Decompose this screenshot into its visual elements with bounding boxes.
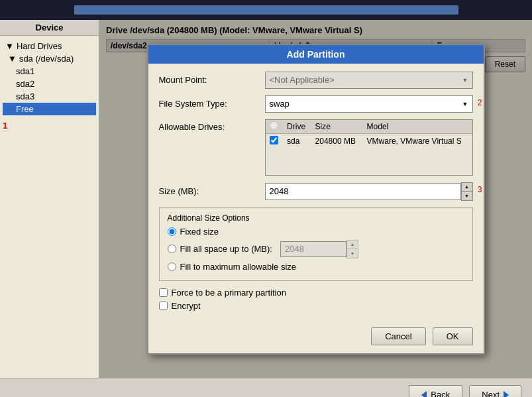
content-area: Drive /dev/sda (204800 MB) (Model: VMwar…	[99, 20, 532, 378]
mount-point-label: Mount Point:	[159, 75, 265, 85]
sidebar-item-free[interactable]: Free	[3, 103, 96, 115]
drives-col-model: Model	[363, 120, 472, 134]
encrypt-checkbox[interactable]	[159, 302, 168, 310]
fill-up-to-row: Fill all space up to (MB): ▲ ▼	[168, 240, 464, 258]
file-system-dropdown-icon[interactable]: ▼	[462, 101, 468, 107]
file-system-value: swap	[270, 99, 290, 109]
size-increment-button[interactable]: ▲	[462, 183, 472, 192]
expand-icon: ▼	[5, 41, 14, 51]
drive-row-sda: sda 204800 MB VMware, VMware Virtual S	[266, 133, 472, 148]
drives-header-radio[interactable]	[270, 121, 278, 130]
size-label: Size (MB):	[159, 186, 265, 196]
sidebar-header: Device	[0, 20, 99, 36]
next-arrow-icon	[504, 391, 509, 398]
size-spinner: ▲ ▼	[461, 182, 473, 201]
fixed-size-radio[interactable]	[168, 227, 176, 236]
sidebar-item-sda1[interactable]: sda1	[3, 65, 96, 78]
force-primary-row: Force to be a primary partition	[159, 288, 473, 298]
back-arrow-icon	[421, 391, 427, 398]
drive-model-cell: VMware, VMware Virtual S	[363, 133, 472, 148]
mount-point-row: Mount Point: <Not Applicable> ▼	[159, 72, 473, 89]
allowable-drives-section: Allowable Drives: Drive Size	[159, 119, 473, 176]
step2-number: 2	[478, 98, 482, 107]
size-input[interactable]: 2048	[265, 183, 461, 200]
add-partition-dialog: Add Partition Mount Point: <Not Applicab…	[147, 44, 485, 355]
modal-overlay: Add Partition Mount Point: <Not Applicab…	[99, 20, 532, 378]
sidebar-item-label: Hard Drives	[17, 41, 62, 51]
modal-body: Mount Point: <Not Applicable> ▼ File Sys…	[148, 64, 484, 322]
fill-max-row: Fill to maximum allowable size	[168, 262, 464, 272]
encrypt-row: Encrypt	[159, 301, 473, 311]
bottom-bar: Back Next	[0, 378, 532, 397]
fill-increment-button: ▲	[347, 241, 358, 249]
mount-point-value: <Not Applicable>	[270, 75, 335, 85]
main-area: Device ▼ Hard Drives ▼ sda (/dev/sda) sd…	[0, 20, 532, 378]
modal-footer: Cancel OK	[148, 322, 484, 353]
sidebar: Device ▼ Hard Drives ▼ sda (/dev/sda) sd…	[0, 20, 99, 378]
drives-table: Drive Size Model	[265, 119, 473, 176]
sidebar-item-label: sda1	[16, 66, 34, 76]
drives-inner-table: Drive Size Model	[266, 120, 472, 148]
force-primary-checkbox[interactable]	[159, 288, 168, 297]
drives-table-spacer	[266, 148, 472, 175]
sidebar-item-label: sda3	[16, 91, 34, 101]
next-label: Next	[482, 390, 500, 397]
fill-up-to-input	[280, 241, 346, 257]
fill-spinner: ▲ ▼	[346, 240, 358, 258]
encrypt-label: Encrypt	[172, 301, 201, 311]
drives-col-radio	[266, 120, 284, 134]
drives-col-drive: Drive	[283, 120, 311, 134]
fill-max-label: Fill to maximum allowable size	[180, 262, 297, 272]
additional-size-options: Additional Size Options Fixed size Fill …	[159, 207, 473, 281]
drive-checkbox-cell	[266, 133, 284, 148]
back-button[interactable]: Back	[409, 385, 462, 397]
size-control: 2048 ▲ ▼	[265, 182, 473, 201]
drives-col-size: Size	[311, 120, 363, 134]
force-primary-label: Force to be a primary partition	[172, 288, 286, 298]
file-system-row: File System Type: swap ▼ 2	[159, 95, 473, 113]
progress-bar	[74, 5, 458, 15]
fixed-size-row: Fixed size	[168, 227, 464, 237]
sidebar-item-hard-drives[interactable]: ▼ Hard Drives	[3, 40, 96, 52]
expand-icon: ▼	[8, 54, 17, 64]
fill-max-radio[interactable]	[168, 262, 176, 271]
back-label: Back	[431, 390, 450, 397]
fill-up-to-label: Fill all space up to (MB):	[180, 244, 272, 254]
file-system-select[interactable]: swap ▼	[265, 95, 473, 113]
drive-sda-checkbox[interactable]	[270, 136, 278, 144]
cancel-button[interactable]: Cancel	[371, 327, 425, 345]
sidebar-tree: ▼ Hard Drives ▼ sda (/dev/sda) sda1 sda2…	[0, 36, 99, 119]
mount-point-select[interactable]: <Not Applicable> ▼	[265, 72, 473, 89]
file-system-control: swap ▼	[265, 95, 473, 113]
sidebar-item-sda2[interactable]: sda2	[3, 78, 96, 90]
fill-decrement-button: ▼	[347, 249, 358, 258]
mount-point-dropdown-icon[interactable]: ▼	[462, 77, 468, 84]
size-row: Size (MB): 2048 ▲ ▼ 3	[159, 182, 473, 201]
mount-point-control: <Not Applicable> ▼	[265, 72, 473, 89]
additional-size-options-title: Additional Size Options	[168, 213, 464, 223]
ok-button[interactable]: OK	[433, 327, 473, 345]
sidebar-item-label: Free	[16, 104, 34, 114]
size-decrement-button[interactable]: ▼	[462, 192, 472, 200]
allowable-drives-label: Allowable Drives:	[159, 119, 265, 176]
fill-up-to-input-wrap: ▲ ▼	[280, 240, 358, 258]
sidebar-item-sda[interactable]: ▼ sda (/dev/sda)	[3, 52, 96, 65]
sidebar-step-number: 1	[0, 119, 99, 132]
file-system-label: File System Type:	[159, 99, 265, 109]
drive-size-cell: 204800 MB	[311, 133, 363, 148]
drive-name-cell: sda	[283, 133, 311, 148]
sidebar-item-sda3[interactable]: sda3	[3, 90, 96, 103]
fill-up-to-radio[interactable]	[168, 245, 176, 253]
top-bar	[0, 0, 532, 20]
step3-number: 3	[478, 185, 482, 194]
next-button[interactable]: Next	[469, 385, 521, 397]
modal-title: Add Partition	[148, 45, 484, 64]
sidebar-item-label: sda (/dev/sda)	[19, 54, 74, 64]
fixed-size-label: Fixed size	[180, 227, 219, 237]
sidebar-item-label: sda2	[16, 79, 34, 89]
